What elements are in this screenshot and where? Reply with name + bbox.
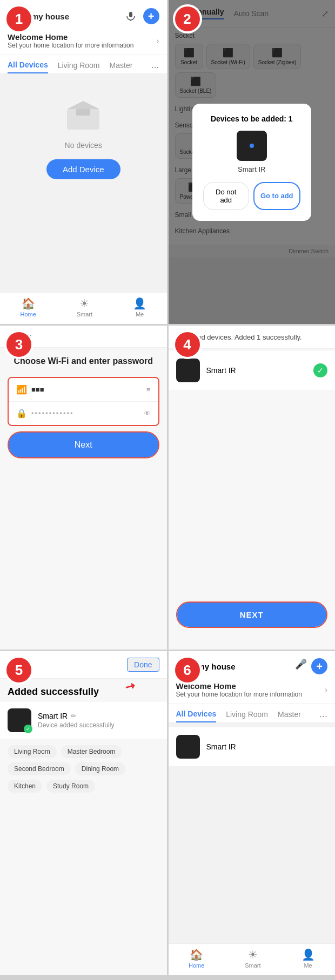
- panel-step5: 5 Done ↗ Added successfully ✓ Smart IR ✏…: [0, 651, 167, 975]
- location-desc-6: Set your home location for more informat…: [176, 691, 302, 698]
- step-badge-2: 2: [173, 4, 202, 33]
- modal-title: Devices to be added: 1: [203, 114, 300, 123]
- me-nav-icon: 👤: [133, 297, 146, 310]
- tag-kitchen[interactable]: Kitchen: [8, 780, 42, 793]
- step-badge-4: 4: [173, 330, 202, 359]
- tag-dining-room[interactable]: Dining Room: [75, 762, 125, 775]
- smart-ir-icon-4: [176, 359, 200, 382]
- nav-home-label-6: Home: [189, 962, 204, 969]
- smart-ir-icon-6: [176, 735, 200, 759]
- do-not-add-button[interactable]: Do not add: [203, 182, 249, 210]
- tab-all-devices-6[interactable]: All Devices: [176, 709, 217, 722]
- step-badge-3: 3: [4, 330, 34, 359]
- nav-home[interactable]: 🏠 Home: [20, 297, 36, 317]
- step-badge-1: 1: [4, 4, 34, 33]
- mic-icon[interactable]: [123, 8, 139, 24]
- nav-me-label: Me: [136, 311, 144, 317]
- tab-master-6[interactable]: Master: [278, 710, 301, 722]
- tabs-more-icon-6[interactable]: ···: [319, 711, 327, 722]
- no-devices-label: No devices: [65, 141, 102, 150]
- done-button[interactable]: Done: [127, 658, 159, 672]
- password-input[interactable]: ••••••••••••: [31, 409, 139, 417]
- panel1-content: No devices Add Device: [0, 74, 167, 201]
- welcome-home-6: Welcome Home: [176, 681, 302, 691]
- edit-icon[interactable]: ✏: [71, 712, 76, 720]
- next-button-4[interactable]: NEXT: [177, 603, 327, 627]
- home-nav-icon: 🏠: [22, 297, 35, 310]
- panel-step4: 4 × Found devices. Added 1 successfully.…: [169, 326, 336, 650]
- device-info: Smart IR ✏ Device added successfully: [38, 712, 159, 729]
- nav-smart-label: Smart: [77, 311, 92, 317]
- panel6-tabs: All Devices Living Room Master ···: [169, 704, 336, 722]
- wifi-icon: 📶: [16, 384, 27, 395]
- smart-ir-device-icon: [237, 131, 267, 161]
- device-icon-wrap: ✓: [8, 708, 31, 732]
- house-title: my house: [31, 12, 69, 21]
- panel-step1: 1 my house: [0, 0, 167, 324]
- svg-rect-9: [76, 109, 90, 116]
- panel-step3: 3 Cancel Choose Wi-Fi and enter password…: [0, 326, 167, 650]
- next-button[interactable]: Next: [9, 432, 158, 457]
- tabs-more-icon[interactable]: ···: [151, 62, 159, 73]
- nav-me-label-6: Me: [304, 962, 312, 969]
- next-btn-wrap: Next: [8, 431, 159, 458]
- wifi-name-input[interactable]: ■■■: [31, 386, 142, 394]
- chevron-right-icon-6[interactable]: ›: [325, 685, 327, 695]
- add-button[interactable]: +: [143, 8, 159, 24]
- room-tags: Living Room Master Bedroom Second Bedroo…: [0, 745, 167, 793]
- nav-me-6[interactable]: 👤 Me: [302, 948, 315, 969]
- added-device-row: ✓ Smart IR ✏ Device added successfully: [0, 702, 167, 739]
- tab-living-room-6[interactable]: Living Room: [226, 710, 268, 722]
- wifi-chevron-icon[interactable]: ≡: [146, 386, 151, 394]
- tab-master[interactable]: Master: [110, 61, 133, 73]
- smart-nav-icon: ☀: [79, 297, 89, 310]
- device-name-5: Smart IR ✏: [38, 712, 159, 720]
- home-nav-icon-6: 🏠: [190, 948, 203, 961]
- next-btn-wrap-4: NEXT: [176, 601, 328, 628]
- device-row-6: Smart IR: [169, 727, 336, 766]
- tag-master-bedroom[interactable]: Master Bedroom: [61, 745, 122, 758]
- step-badge-6: 6: [173, 655, 202, 685]
- tag-study-room[interactable]: Study Room: [46, 780, 95, 793]
- svg-rect-5: [129, 12, 132, 17]
- eye-icon[interactable]: 👁: [144, 409, 151, 417]
- device-check-icon: ✓: [24, 725, 32, 733]
- add-device-modal: Devices to be added: 1 Smart IR Do not a…: [192, 104, 311, 221]
- bottom-nav-6: 🏠 Home ☀ Smart 👤 Me: [169, 943, 336, 975]
- add-button-6[interactable]: +: [311, 658, 327, 674]
- add-device-button[interactable]: Add Device: [46, 159, 120, 179]
- modal-overlay: Devices to be added: 1 Smart IR Do not a…: [169, 0, 336, 324]
- chevron-right-icon[interactable]: ›: [156, 36, 159, 46]
- lock-icon: 🔒: [16, 408, 27, 418]
- me-nav-icon-6: 👤: [302, 948, 315, 961]
- wifi-input-group: 📶 ■■■ ≡ 🔒 •••••••••••• 👁: [8, 377, 159, 426]
- bottom-nav-1: 🏠 Home ☀ Smart 👤 Me: [0, 292, 167, 324]
- success-message: Found devices. Added 1 successfully.: [185, 333, 302, 341]
- step-badge-5: 5: [4, 655, 34, 685]
- nav-smart-6[interactable]: ☀ Smart: [245, 948, 260, 969]
- mic-icon-6[interactable]: 🎤: [295, 658, 307, 674]
- modal-device-name: Smart IR: [203, 165, 300, 173]
- found-device-name: Smart IR: [206, 366, 307, 375]
- go-to-add-button[interactable]: Go to add: [253, 182, 300, 210]
- nav-smart-label-6: Smart: [245, 962, 260, 969]
- smart-nav-icon-6: ☀: [248, 948, 258, 961]
- nav-me[interactable]: 👤 Me: [133, 297, 146, 317]
- welcome-home: Welcome Home: [8, 32, 133, 42]
- nav-home-6[interactable]: 🏠 Home: [189, 948, 204, 969]
- panel1-tabs: All Devices Living Room Master ···: [0, 55, 167, 73]
- house-title-6: my house: [198, 662, 236, 671]
- password-row: 🔒 •••••••••••• 👁: [9, 402, 158, 425]
- svg-marker-8: [67, 101, 99, 109]
- nav-smart[interactable]: ☀ Smart: [77, 297, 92, 317]
- tag-second-bedroom[interactable]: Second Bedroom: [8, 762, 71, 775]
- success-check-icon: ✓: [313, 363, 327, 377]
- device-sub-5: Device added successfully: [38, 721, 159, 729]
- device-name-6: Smart IR: [206, 742, 236, 751]
- tab-living-room[interactable]: Living Room: [58, 61, 100, 73]
- empty-box-icon: [59, 96, 108, 133]
- tab-all-devices[interactable]: All Devices: [8, 60, 48, 73]
- tag-living-room[interactable]: Living Room: [8, 745, 57, 758]
- nav-home-label: Home: [20, 311, 36, 317]
- panel-step6: 6 my house 🎤 + Welcome Home Set yo: [169, 651, 336, 975]
